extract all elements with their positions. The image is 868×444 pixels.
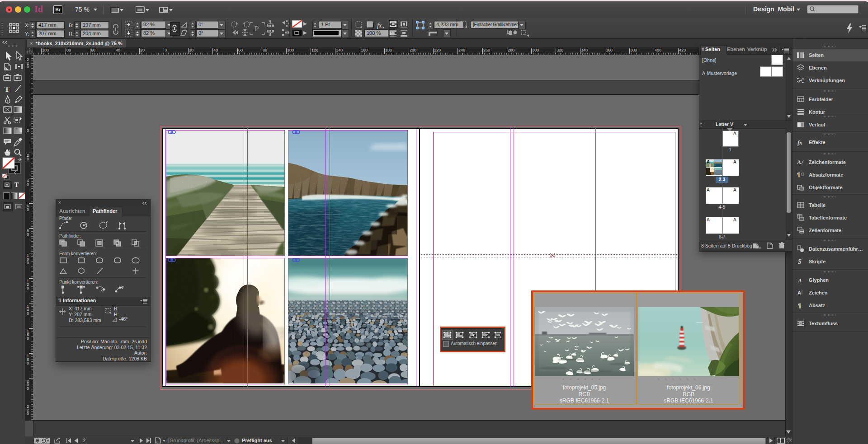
svg-text:S: S	[798, 258, 802, 265]
svg-text:P: P	[255, 24, 259, 33]
svg-text:A: A	[797, 277, 802, 284]
svg-text:T: T	[5, 85, 9, 93]
svg-text:fx: fx	[377, 22, 382, 29]
svg-text:A: A	[797, 290, 801, 295]
svg-text:fx: fx	[797, 139, 802, 146]
svg-text:¶: ¶	[797, 172, 800, 178]
svg-text:A: A	[797, 159, 801, 165]
svg-text:¶: ¶	[798, 302, 801, 309]
